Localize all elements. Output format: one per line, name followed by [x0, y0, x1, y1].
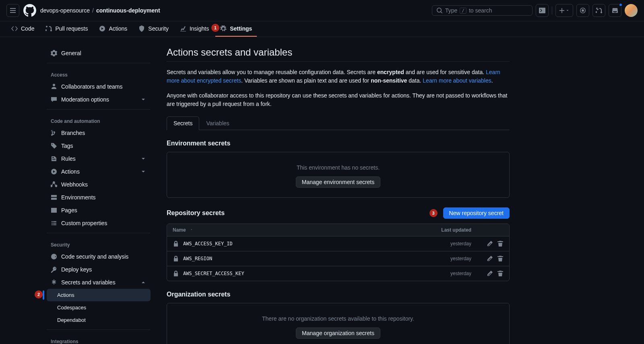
intro-paragraph-1: Secrets and variables allow you to manag…: [167, 68, 510, 85]
key-icon: [51, 266, 57, 273]
tab-actions-label: Actions: [109, 25, 127, 32]
label: Moderation options: [61, 96, 109, 103]
topbar: devops-opensource / continuous-deploymen…: [0, 0, 644, 21]
tab-insights-label: Insights: [190, 25, 209, 32]
sidebar-group-security: Security: [47, 236, 151, 250]
tab-actions[interactable]: Actions: [94, 21, 132, 37]
label: Name: [173, 227, 186, 233]
delete-icon[interactable]: [497, 270, 504, 277]
topbar-separator: [552, 6, 552, 15]
label: Dependabot: [57, 317, 86, 323]
delete-icon[interactable]: [497, 255, 504, 262]
label: Branches: [61, 130, 85, 136]
lock-icon: [173, 270, 179, 277]
sort-icon: [188, 228, 192, 232]
sidebar-pages[interactable]: Pages: [47, 204, 151, 217]
pull-request-icon: [596, 7, 602, 14]
tab-secrets[interactable]: Secrets: [167, 116, 199, 130]
table-row: AWS_REGION yesterday: [167, 251, 509, 266]
label: Code security and analysis: [61, 253, 128, 260]
search-box[interactable]: Type / to search: [432, 5, 533, 16]
column-name-header[interactable]: Name: [173, 227, 415, 233]
sidebar-collaborators[interactable]: Collaborators and teams: [47, 80, 151, 93]
tab-code[interactable]: Code: [6, 21, 39, 37]
text: .: [491, 77, 493, 84]
breadcrumb: devops-opensource / continuous-deploymen…: [40, 7, 160, 14]
tab-insights[interactable]: Insights 1: [175, 21, 214, 37]
sidebar-code-security[interactable]: Code security and analysis: [47, 250, 151, 263]
sidebar-general-label: General: [61, 50, 81, 56]
asterisk-icon: [51, 279, 57, 286]
shield-icon: [138, 25, 145, 32]
new-repository-secret-button[interactable]: New repository secret: [443, 207, 510, 219]
command-palette-button[interactable]: [536, 4, 549, 17]
chevron-up-icon: [140, 279, 147, 286]
issue-icon: [580, 7, 586, 14]
sidebar-general[interactable]: General: [47, 47, 151, 60]
edit-icon[interactable]: [487, 255, 493, 262]
sidebar-webhooks[interactable]: Webhooks: [47, 178, 151, 191]
text: Secrets and variables allow you to manag…: [167, 69, 377, 75]
tab-security[interactable]: Security: [134, 21, 173, 37]
annotation-badge-3: 3: [429, 209, 438, 217]
pull-requests-button[interactable]: [592, 4, 605, 17]
search-hint-post: to search: [469, 7, 492, 14]
delete-icon[interactable]: [497, 240, 504, 247]
search-hint-pre: Type: [445, 7, 457, 14]
manage-environment-secrets-button[interactable]: Manage environment secrets: [296, 176, 381, 188]
table-header: Name Last updated: [167, 224, 509, 236]
manage-organization-secrets-button[interactable]: Manage organization secrets: [296, 327, 380, 339]
text-bold: encrypted: [377, 69, 404, 75]
sidebar-secrets-variables[interactable]: Secrets and variables: [47, 276, 151, 289]
label: Secrets and variables: [61, 279, 116, 286]
branch-icon: [51, 130, 57, 136]
tab-variables[interactable]: Variables: [199, 116, 236, 130]
play-icon: [99, 25, 105, 32]
sidebar-moderation[interactable]: Moderation options: [47, 93, 151, 106]
sidebar-secrets-actions[interactable]: Actions: [47, 289, 151, 301]
organization-secrets-header: Organization secrets: [167, 291, 510, 298]
link-variables[interactable]: Learn more about variables: [423, 77, 491, 84]
sidebar-custom-properties[interactable]: Custom properties: [47, 217, 151, 230]
inbox-icon: [612, 7, 618, 14]
sidebar-deploy-keys[interactable]: Deploy keys: [47, 263, 151, 276]
lock-icon: [173, 240, 179, 247]
github-logo-icon[interactable]: [23, 4, 36, 17]
breadcrumb-repo[interactable]: continuous-deployment: [96, 7, 160, 14]
graph-icon: [180, 25, 186, 32]
edit-icon[interactable]: [487, 270, 493, 277]
tab-security-label: Security: [148, 25, 169, 32]
sidebar-branches[interactable]: Branches: [47, 126, 151, 139]
tab-settings-label: Settings: [230, 25, 252, 32]
breadcrumb-owner[interactable]: devops-opensource: [40, 7, 90, 14]
lock-icon: [173, 255, 179, 262]
tab-pull-requests[interactable]: Pull requests: [41, 21, 93, 37]
user-avatar[interactable]: [625, 4, 638, 17]
secret-updated: yesterday: [415, 271, 471, 276]
settings-sidebar: General Access Collaborators and teams M…: [40, 47, 157, 344]
environment-secrets-panel: This environment has no secrets. Manage …: [167, 152, 510, 198]
hamburger-menu-button[interactable]: [6, 4, 19, 17]
tab-settings[interactable]: Settings: [215, 21, 257, 37]
create-new-button[interactable]: [555, 4, 573, 17]
play-icon: [51, 168, 57, 175]
label: Environments: [61, 194, 96, 201]
environment-secrets-heading: Environment secrets: [167, 140, 230, 147]
sidebar-environments[interactable]: Environments: [47, 191, 151, 204]
edit-icon[interactable]: [487, 240, 493, 247]
server-icon: [51, 194, 57, 201]
sidebar-secrets-dependabot[interactable]: Dependabot: [47, 314, 151, 326]
sidebar-actions[interactable]: Actions: [47, 165, 151, 178]
text: data.: [407, 77, 423, 84]
topbar-left: devops-opensource / continuous-deploymen…: [6, 4, 160, 17]
sidebar-tags[interactable]: Tags: [47, 139, 151, 152]
tab-pulls-label: Pull requests: [55, 25, 88, 32]
text: . Variables are shown as plain text and …: [241, 77, 371, 84]
environment-secrets-header: Environment secrets: [167, 140, 510, 147]
sidebar-rules[interactable]: Rules: [47, 152, 151, 165]
column-updated-header: Last updated: [415, 227, 471, 233]
sidebar-group-integrations: Integrations: [47, 333, 151, 344]
issues-button[interactable]: [576, 4, 589, 17]
sidebar-secrets-codespaces[interactable]: Codespaces: [47, 301, 151, 314]
tag-icon: [51, 143, 57, 149]
